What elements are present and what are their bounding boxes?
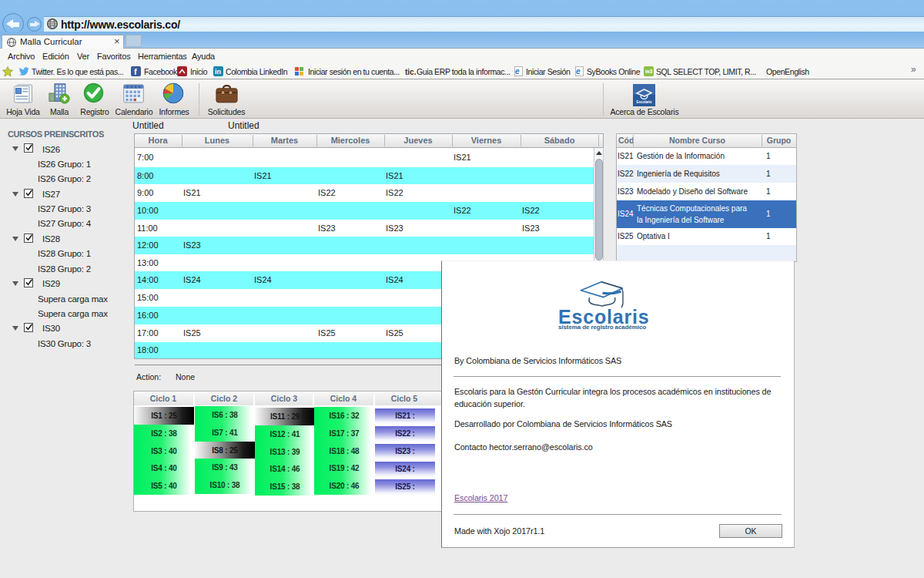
- svg-text:Escolaris: Escolaris: [636, 100, 652, 104]
